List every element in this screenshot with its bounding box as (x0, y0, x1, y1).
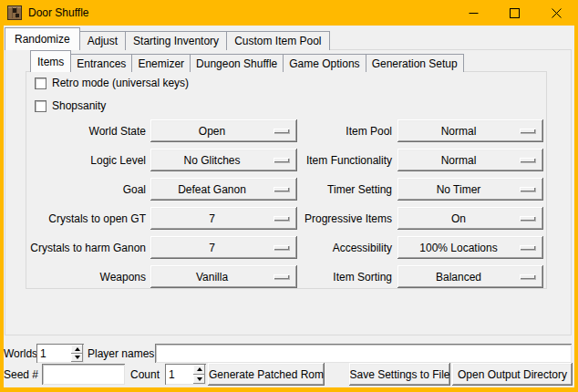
logic-level-dropdown[interactable]: No Glitches (150, 149, 297, 171)
tab-entrances[interactable]: Entrances (70, 54, 132, 72)
tab-enemizer[interactable]: Enemizer (131, 54, 191, 72)
weapons-dropdown[interactable]: Vanilla (150, 265, 297, 288)
item-pool-dropdown[interactable]: Normal (397, 119, 543, 142)
spinner-up-button[interactable] (71, 345, 83, 354)
tab-items[interactable]: Items (30, 50, 71, 72)
tab-dungeon-shuffle[interactable]: Dungeon Shuffle (190, 54, 284, 72)
menu-indicator-icon (274, 187, 289, 191)
crystals-harm-ganon-label: Crystals to harm Ganon (18, 236, 146, 259)
menu-indicator-icon (520, 245, 535, 250)
count-spinner-buttons (193, 365, 205, 384)
item-sorting-value: Balanced (436, 271, 481, 284)
retro-mode-checkbox[interactable]: Retro mode (universal keys) (35, 77, 189, 89)
window-border-left (0, 0, 4, 392)
worlds-spinner-buttons (71, 345, 83, 362)
sub-tab-bar: Items Entrances Enemizer Dungeon Shuffle… (30, 50, 463, 72)
logic-level-label: Logic Level (18, 149, 146, 171)
weapons-label: Weapons (18, 265, 146, 288)
goal-value: Defeat Ganon (178, 183, 246, 196)
crystals-open-gt-label: Crystals to open GT (18, 207, 146, 230)
world-state-value: Open (199, 125, 225, 138)
count-label: Count (130, 363, 160, 386)
accessibility-value: 100% Locations (419, 242, 497, 254)
window-title: Door Shuffle (28, 0, 89, 26)
maximize-button[interactable] (494, 0, 535, 26)
main-tab-bar: Randomize Adjust Starting Inventory Cust… (5, 27, 329, 50)
item-sorting-dropdown[interactable]: Balanced (397, 265, 543, 288)
worlds-label: Worlds (4, 344, 37, 363)
item-pool-value: Normal (441, 125, 477, 138)
crystals-harm-ganon-dropdown[interactable]: 7 (150, 236, 297, 259)
retro-mode-label: Retro mode (universal keys) (52, 77, 189, 89)
menu-indicator-icon (520, 274, 535, 279)
title-bar[interactable]: Door Shuffle (0, 0, 578, 26)
tab-randomize[interactable]: Randomize (5, 27, 80, 50)
shopsanity-checkbox[interactable]: Shopsanity (35, 99, 106, 112)
triangle-up-icon (75, 347, 80, 351)
item-functionality-value: Normal (441, 154, 477, 167)
open-output-directory-button[interactable]: Open Output Directory (452, 363, 573, 386)
weapons-value: Vanilla (196, 271, 228, 284)
progressive-items-dropdown[interactable]: On (397, 207, 543, 230)
window-border-bottom (0, 387, 578, 392)
progressive-items-label: Progressive Items (290, 207, 392, 230)
menu-indicator-icon (274, 129, 289, 133)
minimize-icon (469, 8, 479, 18)
item-functionality-dropdown[interactable]: Normal (397, 149, 543, 171)
close-icon (552, 8, 562, 18)
triangle-down-icon (75, 356, 80, 359)
menu-indicator-icon (274, 245, 289, 250)
spinner-down-button[interactable] (71, 354, 83, 363)
timer-setting-value: No Timer (437, 183, 481, 196)
world-state-dropdown[interactable]: Open (150, 119, 297, 142)
count-spinner[interactable] (165, 364, 206, 385)
worlds-spinner[interactable] (36, 344, 84, 363)
door-icon[interactable] (7, 5, 22, 20)
goal-dropdown[interactable]: Defeat Ganon (150, 178, 297, 201)
accessibility-dropdown[interactable]: 100% Locations (397, 236, 543, 259)
worlds-input[interactable] (36, 344, 71, 363)
seed-input[interactable] (42, 364, 125, 385)
tab-custom-item-pool[interactable]: Custom Item Pool (226, 31, 329, 50)
count-input[interactable] (165, 364, 193, 385)
menu-indicator-icon (520, 216, 535, 221)
spinner-down-button[interactable] (193, 375, 205, 385)
accessibility-label: Accessibility (290, 236, 392, 259)
menu-indicator-icon (274, 216, 289, 221)
world-state-label: World State (18, 119, 146, 142)
window-border-right (574, 0, 578, 392)
crystals-open-gt-value: 7 (209, 212, 215, 225)
menu-indicator-icon (274, 274, 289, 279)
crystals-harm-ganon-value: 7 (209, 242, 215, 254)
close-button[interactable] (536, 0, 577, 26)
player-names-input[interactable] (155, 344, 572, 363)
minimize-button[interactable] (453, 0, 494, 26)
save-settings-button[interactable]: Save Settings to File (349, 363, 450, 386)
checkbox-unchecked-icon (35, 100, 46, 112)
menu-indicator-icon (274, 158, 289, 162)
crystals-open-gt-dropdown[interactable]: 7 (150, 207, 297, 230)
generate-patched-rom-button[interactable]: Generate Patched Rom (208, 363, 325, 386)
menu-indicator-icon (520, 158, 535, 162)
menu-indicator-icon (520, 129, 535, 133)
player-names-label: Player names (88, 344, 154, 363)
timer-setting-label: Timer Setting (290, 178, 392, 201)
item-sorting-label: Item Sorting (290, 265, 392, 288)
goal-label: Goal (18, 178, 146, 201)
triangle-up-icon (197, 367, 202, 371)
seed-label: Seed # (4, 363, 38, 386)
item-pool-label: Item Pool (290, 119, 392, 142)
timer-setting-dropdown[interactable]: No Timer (397, 178, 543, 201)
item-functionality-label: Item Functionality (290, 149, 392, 171)
app-window: Door Shuffle Randomize Adjust Starting I… (0, 0, 578, 392)
tab-starting-inventory[interactable]: Starting Inventory (125, 31, 227, 50)
tab-game-options[interactable]: Game Options (283, 54, 366, 72)
maximize-icon (510, 8, 520, 18)
progressive-items-value: On (451, 212, 466, 225)
tab-generation-setup[interactable]: Generation Setup (366, 54, 464, 72)
tab-adjust[interactable]: Adjust (79, 31, 126, 50)
spinner-up-button[interactable] (193, 365, 205, 375)
menu-indicator-icon (520, 187, 535, 191)
checkbox-unchecked-icon (35, 77, 46, 89)
shopsanity-label: Shopsanity (52, 99, 106, 112)
